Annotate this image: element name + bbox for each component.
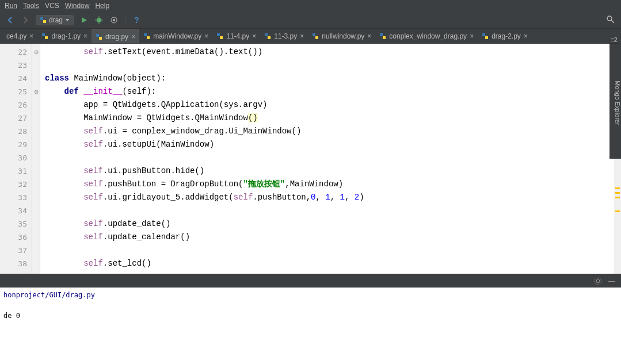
- line-number: 23: [0, 59, 27, 72]
- tab-drag-2[interactable]: drag-2.py ×: [478, 29, 532, 43]
- debug-icon[interactable]: [94, 16, 104, 25]
- line-gutter: 2223242526272829303132333435363738: [0, 44, 32, 274]
- svg-point-9: [607, 16, 612, 21]
- line-number: 36: [0, 231, 27, 244]
- svg-rect-24: [383, 36, 386, 39]
- tab-nullwindow[interactable]: nullwindow.py ×: [308, 29, 375, 43]
- tab-label: ce4.py: [6, 32, 26, 40]
- warning-marker[interactable]: [615, 210, 620, 212]
- tab-drag[interactable]: drag.py ×: [92, 29, 139, 43]
- fold-collapse-icon[interactable]: ⊖: [32, 45, 40, 59]
- warning-marker[interactable]: [615, 187, 620, 189]
- editor-tabs: ce4.py × drag-1.py × drag.py × mainWindo…: [0, 29, 621, 44]
- forward-icon[interactable]: [21, 16, 30, 25]
- console-exit-code: de 0: [3, 311, 618, 321]
- fold-column[interactable]: ⊖ ⊖: [32, 44, 40, 274]
- svg-rect-0: [40, 17, 43, 20]
- tab-label: 11-4.py: [226, 32, 249, 40]
- tab-label: conplex_window_drag.py: [389, 32, 467, 40]
- svg-point-28: [595, 278, 601, 285]
- tab-label: drag.py: [105, 33, 128, 41]
- close-icon[interactable]: ×: [470, 32, 474, 40]
- line-number: 34: [0, 204, 27, 217]
- run-icon[interactable]: [79, 16, 89, 25]
- svg-rect-1: [43, 20, 46, 23]
- tab-11-3[interactable]: 11-3.py ×: [260, 29, 308, 43]
- tab-label: 11-3.py: [274, 32, 297, 40]
- svg-rect-18: [220, 36, 223, 39]
- mongo-explorer-label: Mongo Explorer: [614, 81, 621, 125]
- tab-conplex[interactable]: conplex_window_drag.py ×: [375, 29, 478, 43]
- close-icon[interactable]: ×: [131, 33, 135, 41]
- close-icon[interactable]: ×: [204, 32, 208, 40]
- python-file-icon: [216, 33, 223, 40]
- help-icon[interactable]: ?: [132, 16, 141, 25]
- line-number: 37: [0, 244, 27, 257]
- line-number: 32: [0, 178, 27, 191]
- code-area[interactable]: self.setText(event.mimeData().text()) cl…: [40, 44, 614, 274]
- python-file-icon: [482, 33, 489, 40]
- tab-ce4[interactable]: ce4.py ×: [2, 29, 37, 43]
- close-icon[interactable]: ×: [83, 32, 87, 40]
- svg-point-8: [113, 19, 115, 21]
- svg-rect-12: [45, 36, 48, 39]
- close-icon[interactable]: ×: [252, 32, 256, 40]
- tab-label: nullwindow.py: [322, 32, 364, 40]
- python-file-icon: [379, 33, 386, 40]
- svg-rect-20: [268, 36, 271, 39]
- line-number: 29: [0, 138, 27, 151]
- close-icon[interactable]: ×: [29, 32, 33, 40]
- warning-marker[interactable]: [615, 197, 620, 198]
- search-icon[interactable]: [606, 15, 615, 24]
- tab-label: drag-2.py: [492, 32, 521, 40]
- svg-rect-13: [96, 34, 99, 37]
- side-tool-panel[interactable]: Mongo Explorer: [609, 44, 621, 159]
- fold-expand-icon[interactable]: ⊖: [32, 85, 40, 98]
- editor[interactable]: 2223242526272829303132333435363738 ⊖ ⊖ s…: [0, 44, 621, 274]
- line-number: 24: [0, 72, 27, 85]
- console-path: honproject/GUI/drag.py: [3, 290, 618, 300]
- line-number: 38: [0, 257, 27, 270]
- hide-icon[interactable]: —: [608, 277, 615, 285]
- close-icon[interactable]: ×: [524, 32, 528, 40]
- svg-rect-25: [482, 33, 485, 36]
- line-number: 26: [0, 98, 27, 112]
- close-icon[interactable]: ×: [300, 32, 304, 40]
- python-icon: [40, 17, 47, 24]
- run-config-selector[interactable]: drag: [36, 15, 74, 25]
- menu-run[interactable]: Run: [5, 2, 17, 10]
- tab-mainwindow[interactable]: mainWindow.py ×: [139, 29, 212, 43]
- tab-drag-1[interactable]: drag-1.py ×: [37, 29, 92, 43]
- gear-icon[interactable]: [593, 277, 603, 286]
- menu-tools[interactable]: Tools: [23, 2, 39, 10]
- menu-vcs[interactable]: VCS: [45, 2, 59, 10]
- run-with-coverage-icon[interactable]: [109, 16, 119, 25]
- svg-rect-19: [265, 33, 268, 36]
- tab-label: drag-1.py: [51, 32, 81, 40]
- chevron-down-icon: [65, 18, 70, 22]
- python-file-icon: [41, 33, 48, 40]
- console-toolbar: —: [0, 274, 621, 288]
- python-file-icon: [96, 33, 102, 40]
- split-indicator[interactable]: ≡2: [610, 36, 618, 43]
- toolbar: drag | ?: [0, 12, 621, 29]
- tab-11-4[interactable]: 11-4.py ×: [212, 29, 260, 43]
- svg-rect-21: [313, 33, 315, 36]
- back-icon[interactable]: [6, 16, 15, 25]
- svg-rect-14: [99, 37, 102, 40]
- close-icon[interactable]: ×: [367, 32, 371, 40]
- svg-rect-15: [144, 33, 147, 36]
- menu-window[interactable]: Window: [65, 2, 90, 10]
- run-config-label: drag: [49, 16, 63, 24]
- menu-help[interactable]: Help: [95, 2, 109, 10]
- svg-rect-11: [42, 33, 45, 36]
- svg-point-27: [596, 279, 600, 283]
- svg-rect-26: [485, 36, 488, 39]
- line-number: 35: [0, 217, 27, 231]
- run-console[interactable]: honproject/GUI/drag.py de 0: [0, 288, 621, 364]
- warning-marker[interactable]: [615, 192, 620, 194]
- menu-bar: Run Tools VCS Window Help: [0, 0, 621, 12]
- svg-point-2: [97, 18, 101, 22]
- svg-rect-17: [217, 33, 220, 36]
- line-number: 31: [0, 164, 27, 178]
